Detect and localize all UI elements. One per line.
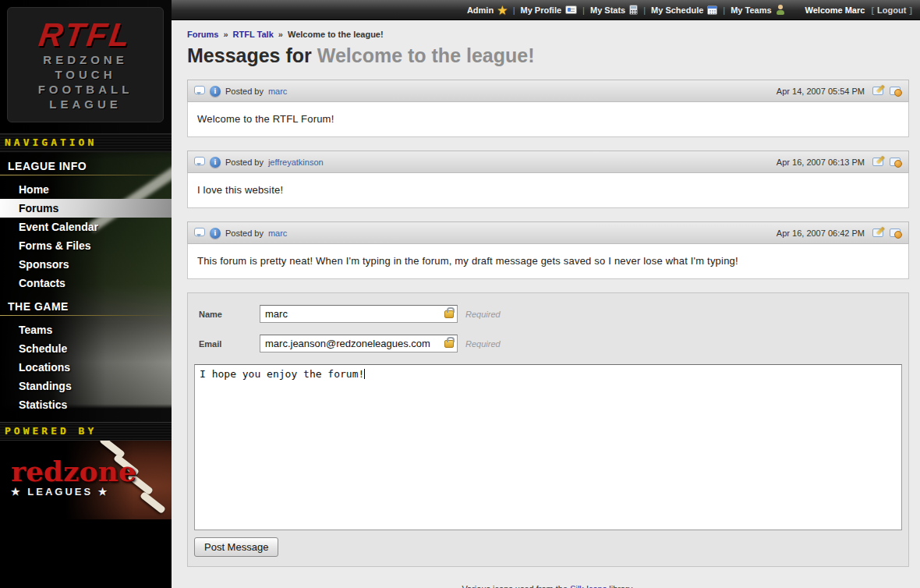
lock-icon	[444, 340, 454, 348]
comment-icon	[194, 86, 205, 94]
lock-icon	[444, 310, 454, 318]
redzone-logo-text: redzone	[11, 458, 136, 484]
edit-comment-icon[interactable]	[872, 86, 885, 96]
rtfl-logo-line: TOUCH	[55, 67, 115, 82]
rtfl-logo[interactable]: RTFL REDZONE TOUCH FOOTBALL LEAGUE	[7, 7, 164, 122]
name-label: Name	[194, 310, 260, 319]
redzone-logo-subtext: ★ LEAGUES ★	[11, 486, 136, 498]
page-footer: Various icons used from the Silk Icons l…	[187, 584, 909, 588]
sidebar-item-event-calendar[interactable]: Event Calendar	[0, 218, 172, 236]
posted-by-label: Posted by	[225, 87, 264, 96]
calculator-icon	[629, 5, 638, 15]
topbar-separator: |	[582, 5, 585, 15]
edit-comment-icon[interactable]	[872, 157, 885, 167]
footer-text: Various icons used from the	[462, 584, 568, 588]
page-title-prefix: Messages for	[187, 44, 312, 66]
footer-text: library.	[609, 584, 634, 588]
calendar-icon	[707, 5, 717, 15]
message-header: Posted by jeffreyatkinson Apr 16, 2007 0…	[187, 151, 909, 173]
message-body: This forum is pretty neat! When I'm typi…	[187, 244, 909, 279]
section-divider	[0, 175, 172, 175]
topbar-item-my-stats[interactable]: My Stats	[590, 5, 638, 15]
topbar-item-admin[interactable]: Admin	[467, 4, 508, 16]
info-icon[interactable]	[210, 157, 221, 168]
silk-icons-link[interactable]: Silk Icons	[570, 584, 607, 588]
page-title-topic: Welcome to the league!	[317, 44, 535, 66]
message-body: Welcome to the RTFL Forum!	[187, 102, 909, 137]
powered-by-marquee: POWERED BY	[0, 422, 172, 441]
section-title-the-game: THE GAME	[0, 292, 172, 315]
content-area: Forums » RTFL Talk » Welcome to the leag…	[172, 20, 920, 588]
breadcrumb: Forums » RTFL Talk » Welcome to the leag…	[187, 30, 909, 39]
rtfl-logo-line: REDZONE	[43, 52, 127, 67]
text-cursor	[364, 369, 365, 379]
football-lace-decoration	[140, 491, 166, 514]
required-label: Required	[465, 339, 501, 349]
sidebar-item-teams[interactable]: Teams	[0, 321, 172, 339]
message-draft-text: I hope you enjoy the forum!	[200, 368, 364, 380]
info-icon[interactable]	[210, 228, 221, 239]
sidebar-item-home[interactable]: Home	[0, 180, 172, 199]
comment-icon	[194, 228, 205, 236]
message-textarea[interactable]: I hope you enjoy the forum!	[194, 364, 902, 530]
topbar-label: My Stats	[590, 5, 625, 15]
message-header: Posted by marc Apr 14, 2007 05:54 PM	[187, 80, 909, 102]
breadcrumb-link-rtfl-talk[interactable]: RTFL Talk	[233, 30, 274, 39]
author-link[interactable]: jeffreyatkinson	[268, 158, 324, 167]
name-row: Name Required	[194, 305, 902, 323]
topbar-separator: |	[723, 5, 725, 15]
rtfl-logo-acronym: RTFL	[37, 18, 134, 52]
comment-icon	[194, 157, 205, 165]
email-row: Email Required	[194, 335, 902, 352]
rtfl-logo-line: FOOTBALL	[38, 82, 133, 97]
name-field[interactable]	[260, 305, 458, 323]
breadcrumb-link-forums[interactable]: Forums	[187, 30, 218, 39]
breadcrumb-current: Welcome to the league!	[288, 30, 384, 39]
email-label: Email	[194, 339, 260, 349]
topbar: Admin | My Profile | My Stats | My Sched…	[172, 0, 920, 20]
forum-message: Posted by marc Apr 14, 2007 05:54 PM Wel…	[187, 80, 909, 137]
topbar-item-my-teams[interactable]: My Teams	[731, 5, 784, 15]
author-link[interactable]: marc	[268, 228, 287, 238]
topbar-item-my-schedule[interactable]: My Schedule	[651, 5, 717, 15]
sidebar-item-forums[interactable]: Forums	[0, 199, 172, 218]
post-message-form: Name Required Email Required I hope you …	[187, 292, 909, 567]
topbar-item-my-profile[interactable]: My Profile	[521, 5, 578, 15]
info-icon[interactable]	[210, 86, 221, 97]
required-label: Required	[465, 310, 501, 319]
sidebar-item-schedule[interactable]: Schedule	[0, 339, 172, 358]
posted-by-label: Posted by	[225, 228, 264, 238]
author-link[interactable]: marc	[268, 87, 287, 96]
post-date: Apr 14, 2007 05:54 PM	[777, 87, 865, 96]
message-body: I love this website!	[187, 173, 909, 208]
topbar-separator: |	[643, 5, 646, 15]
redzone-leagues-logo[interactable]: redzone ★ LEAGUES ★	[0, 441, 172, 519]
sidebar-item-locations[interactable]: Locations	[0, 358, 172, 377]
topbar-label: My Teams	[731, 5, 771, 15]
vcard-icon	[565, 5, 577, 14]
post-message-button[interactable]: Post Message	[194, 537, 278, 557]
section-divider	[0, 315, 172, 316]
sidebar: RTFL REDZONE TOUCH FOOTBALL LEAGUE NAVIG…	[0, 0, 172, 588]
navigation-marquee: NAVIGATION	[0, 133, 172, 152]
sidebar-item-sponsors[interactable]: Sponsors	[0, 255, 172, 274]
breadcrumb-separator: »	[223, 30, 228, 39]
edit-comment-icon[interactable]	[872, 228, 885, 238]
forum-message: Posted by jeffreyatkinson Apr 16, 2007 0…	[187, 151, 909, 208]
rtfl-logo-line: LEAGUE	[49, 97, 122, 112]
sidebar-item-forms-files[interactable]: Forms & Files	[0, 236, 172, 255]
footer-credit-icons: Various icons used from the Silk Icons l…	[187, 584, 909, 588]
delete-comment-icon[interactable]	[890, 86, 902, 96]
delete-comment-icon[interactable]	[890, 228, 902, 238]
message-header: Posted by marc Apr 16, 2007 06:42 PM	[187, 221, 909, 244]
sidebar-item-contacts[interactable]: Contacts	[0, 274, 172, 292]
delete-comment-icon[interactable]	[890, 157, 902, 167]
topbar-separator: |	[513, 5, 515, 15]
logout-link[interactable]: Logout	[877, 5, 906, 15]
email-field[interactable]	[260, 335, 458, 352]
user-icon	[776, 5, 785, 15]
sidebar-item-statistics[interactable]: Statistics	[0, 395, 172, 414]
star-icon	[497, 4, 508, 16]
sidebar-item-standings[interactable]: Standings	[0, 377, 172, 395]
breadcrumb-separator: »	[278, 30, 283, 39]
